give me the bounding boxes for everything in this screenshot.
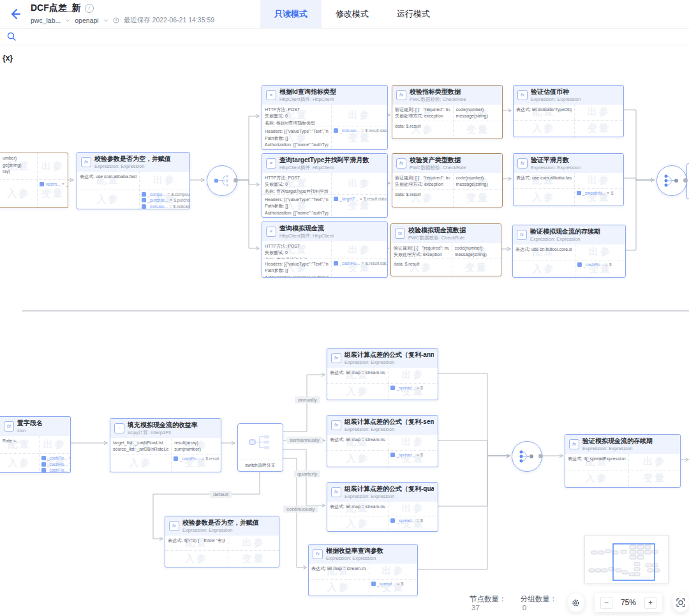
node-card-validate-cashflow[interactable]: fx 校验模拟现金流数据 PWC数据校验: CheckRule 配置 验证规则:… [390, 223, 501, 276]
httpclient-icon: ≡ [266, 90, 276, 100]
node-quadrant-tl: 配置 umber)ge(string)ray) [0, 153, 37, 179]
node-card-verify-cashflow-duration-top[interactable]: fx 验证模拟现金流的存续期 Expression: Expression 配置… [512, 225, 626, 278]
variable-icon [41, 468, 46, 472]
search-icon[interactable] [6, 31, 17, 41]
switch-branch-node[interactable]: switch流程分支 [237, 423, 283, 472]
variable-icon [577, 262, 582, 267]
node-card-query-params-by-yield[interactable]: fx 根据收益率查询参数 Expression: Expression 配置 表… [308, 544, 418, 596]
node-quadrant-tl: 配置 target_list: _cashFlowListsource_list… [110, 438, 171, 454]
minimap[interactable] [584, 535, 669, 583]
merge-node-top[interactable] [656, 165, 687, 196]
merge-node-top-port [683, 178, 688, 183]
gear-icon [571, 598, 581, 608]
node-card-formula-quarterly[interactable]: fx 组装计算点差的公式（复利-quarterly） Expression: E… [327, 482, 438, 532]
node-body: 配置 HTTP方法: POST失败重试: 0名称: 查询模拟现金流Connect… [262, 241, 387, 278]
expression-icon: fx [81, 157, 91, 167]
node-quadrant-bl: 入参 data: $.result [392, 189, 453, 207]
node-subtitle: Expression: Expression [531, 96, 581, 102]
node-quadrant-br: 变量 _cashFlo...=$.result.dat... [331, 259, 387, 277]
node-card-verify-smooth-months[interactable]: fx 验证平滑月数 Expression: Expression 配置 表达式:… [513, 153, 624, 206]
tab-readonly-mode[interactable]: 只读模式 [260, 0, 322, 28]
node-quadrant-tl: 配置 表达式: let map = stream.map()... [327, 502, 388, 516]
node-config-line: HTTP方法: POST [265, 243, 329, 250]
variable-icon [41, 456, 46, 460]
merge-icon [663, 174, 680, 188]
node-quadrant-bl: 入参 [77, 190, 139, 209]
node-card-formula-semiannually[interactable]: fx 组装计算点差的公式（复利-semiannually） Expression… [327, 415, 438, 467]
node-body: 配置 验证规则: [ { "required": tru...失败处理方式: e… [392, 173, 502, 207]
node-config-line: target_list: _cashFlowList [113, 440, 168, 447]
node-title: 校验指标类型数据 [410, 88, 466, 96]
tab-run-mode[interactable]: 运行模式 [383, 0, 444, 28]
node-subtitle: Expression: Expression [530, 236, 600, 242]
node-card-formula-annually[interactable]: fx 组装计算点差的公式（复利-annualy） Expression: Exp… [327, 348, 438, 400]
tab-edit-mode[interactable]: 修改模式 [322, 0, 383, 28]
node-config-line: Path参数: [] [265, 135, 329, 142]
settings-button[interactable] [568, 593, 584, 612]
fan-out-node[interactable] [207, 165, 237, 196]
node-card-fill-yield[interactable]: ~ 填充模拟现金流的收益率 scipy计算: interp1Pit 配置 tar… [110, 418, 221, 472]
node-card-partial-set-field[interactable]: fx 置字段名 sion 配置 Rate =... 出参 入参 变量 _cash… [0, 416, 71, 473]
node-quadrant-bl: 入参 [110, 454, 171, 472]
api-select[interactable]: openapi [75, 17, 98, 24]
node-config-line: 表达式: use com.alibaba.fastjson... [80, 174, 137, 181]
node-card-partial-output[interactable]: 配置 umber)ge(string)ray) 出参 入参 变量 vestm..… [0, 153, 68, 208]
checkrule-icon: fx [396, 158, 406, 169]
node-quadrant-br: 变量 _indicato...=$.result.data [331, 126, 387, 149]
clock-icon [113, 17, 119, 24]
node-card-check-empty-bottom[interactable]: fx 校验参数是否为空，并赋值 Expression: Expression 配… [165, 516, 279, 567]
chevron-down-icon[interactable] [103, 18, 108, 23]
node-subtitle: Expression: Expression [344, 426, 434, 432]
node-card-verify-valuation-currency[interactable]: fx 验证估值币种 Expression: Expression 配置 表达式:… [513, 85, 624, 137]
node-quadrant-br: 变量 _smoothM...=$ [574, 188, 623, 206]
node-config-line: data: $.result [395, 123, 450, 130]
node-quadrant-br: 变量 _cashFlo...=$.result [171, 454, 221, 472]
node-header: ≡ 根据Id查询指标类型 HttpClient插件: HttpClient [262, 86, 387, 105]
node-body: 配置 表达式: use cn.hutool.core.date... 出参 入参… [513, 244, 625, 278]
workspace-select[interactable]: pwc_lab... [31, 17, 61, 24]
node-quadrant-br: 变量 _compo...=$.compoun... _purchas...=$.… [139, 190, 189, 209]
variables-panel-toggle[interactable]: {x} [3, 54, 13, 63]
node-card-validate-indicator-type[interactable]: fx 校验指标类型数据 PWC数据校验: CheckRule 配置 验证规则: … [392, 85, 503, 139]
httpclient-icon: ≡ [266, 158, 276, 169]
node-quadrant-bl: 入参 [0, 453, 39, 472]
fan-out-icon [214, 174, 230, 188]
node-card-query-indicator-type[interactable]: ≡ 根据Id查询指标类型 HttpClient插件: HttpClient 配置… [262, 85, 388, 150]
node-quadrant-tl: 配置 表达式: use com.alibaba.fastjson... [514, 173, 574, 189]
node-card-verify-cashflow-duration-bottom[interactable]: fx 验证模拟现金流的存续期 Expression: Expression 配置… [565, 434, 681, 488]
edge-label-quarterly: quarterly [294, 470, 320, 477]
node-quadrant-bl: 入参 [327, 450, 388, 467]
node-card-check-empty[interactable]: fx 校验参数是否为空，并赋值 Expression: Expression 配… [77, 152, 190, 209]
node-quadrant-tr: 出参 [331, 241, 387, 259]
node-quadrant-tl: 配置 表达式: use cn.hutool.core.date... [513, 244, 575, 260]
variable-icon [142, 198, 146, 202]
node-header: fx 校验指标类型数据 PWC数据校验: CheckRule [392, 86, 502, 105]
node-title: 根据收益率查询参数 [326, 547, 383, 555]
node-config-line: 表达式: let map = stream.map()... [330, 370, 385, 377]
node-body: 配置 表达式: use com.alibaba.fastjson... 出参 入… [77, 172, 189, 209]
title-block: DCF点差_新 i pwc_lab... openapi 最近保存 2022-0… [31, 3, 214, 25]
info-icon[interactable]: i [85, 4, 94, 13]
node-quadrant-bl: 入参 [327, 516, 388, 531]
zoom-in-button[interactable]: + [644, 597, 656, 609]
variable-chip: _spread...=$ [371, 582, 404, 586]
checkrule-icon: fx [396, 90, 406, 100]
node-quadrant-bl: 入参 [514, 120, 574, 137]
node-config-line: Query参数: [] [265, 149, 329, 149]
node-count: 节点数量：37 [470, 594, 510, 612]
node-body: 配置 umber)ge(string)ray) 出参 入参 变量 vestm..… [0, 153, 68, 207]
node-quadrant-tr: 出参 [139, 172, 189, 190]
node-card-query-target-type[interactable]: ≡ 查询targetType并找到平滑月数 HttpClient插件: Http… [262, 153, 388, 218]
node-card-validate-asset-type[interactable]: fx 校验资产类型数据 PWC数据校验: CheckRule 配置 验证规则: … [392, 153, 503, 207]
chevron-down-icon[interactable] [65, 18, 70, 23]
node-config-line: Path参数: [] [265, 267, 329, 274]
node-card-query-cashflow[interactable]: ≡ 查询模拟现金流 HttpClient插件: HttpClient 配置 HT… [262, 222, 388, 278]
fit-view-button[interactable] [672, 593, 689, 612]
node-config-line: 表达式: let map = stream.map()... [330, 437, 385, 444]
back-button[interactable] [9, 8, 22, 20]
node-body: 配置 验证规则: [ { "required": tru...失败处理方式: e… [391, 243, 501, 276]
merge-node-bottom[interactable] [512, 441, 542, 472]
zoom-out-button[interactable]: − [600, 597, 612, 609]
variable-icon [40, 182, 44, 186]
variable-icon [334, 128, 338, 133]
